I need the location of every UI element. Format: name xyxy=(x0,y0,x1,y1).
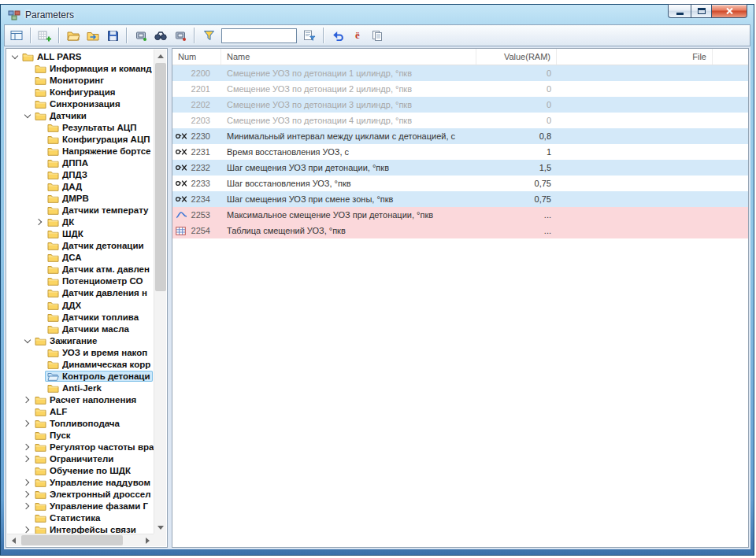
tree-item[interactable]: ALF xyxy=(7,405,154,417)
tree-item[interactable]: ДМРВ xyxy=(7,193,154,205)
table-row[interactable]: 2253 Максимальное смещение УОЗ при детон… xyxy=(172,207,748,223)
table-row[interactable]: 2203 Смещение УОЗ по детонации 4 цилиндр… xyxy=(172,113,748,128)
chevron-icon[interactable] xyxy=(22,492,32,497)
tree-item[interactable]: Датчики xyxy=(7,109,154,121)
tree-item[interactable]: ДППА xyxy=(7,157,154,168)
chip-read-button[interactable] xyxy=(132,27,150,45)
table-row[interactable]: 2254 Таблица смещений УОЗ, °пкв ... xyxy=(172,223,748,238)
folder-arrow-button[interactable] xyxy=(83,27,102,45)
tree-item[interactable]: Контроль детонаци xyxy=(7,370,154,382)
chevron-icon[interactable] xyxy=(9,55,20,58)
chevron-icon[interactable] xyxy=(22,339,32,342)
tree-vertical-scrollbar[interactable] xyxy=(154,50,166,534)
tree-item[interactable]: Топливоподача xyxy=(7,417,154,429)
chevron-icon[interactable] xyxy=(22,527,32,532)
tree-item[interactable]: Датчик атм. давлен xyxy=(7,264,154,275)
tree-item[interactable]: Информация и команд xyxy=(7,62,154,74)
horizontal-scroll-thumb[interactable] xyxy=(21,535,123,545)
column-header-num[interactable]: Num xyxy=(172,49,221,65)
vertical-scroll-thumb[interactable] xyxy=(155,63,166,291)
layout-button[interactable] xyxy=(7,27,26,45)
open-folder-button[interactable] xyxy=(64,27,83,45)
tree-item[interactable]: Расчет наполнения xyxy=(7,394,154,405)
binoculars-button[interactable] xyxy=(151,27,170,45)
column-header-name[interactable]: Name xyxy=(221,49,476,65)
folder-icon xyxy=(47,264,59,274)
tree-item[interactable]: Датчики масла xyxy=(7,323,154,334)
chevron-icon[interactable] xyxy=(22,421,32,426)
table-row[interactable]: 2202 Смещение УОЗ по детонации 3 цилиндр… xyxy=(172,97,748,113)
tree-item[interactable]: Электронный дроссел xyxy=(7,489,154,501)
tree-item[interactable]: Управление наддувом xyxy=(7,477,154,489)
chevron-icon[interactable] xyxy=(35,220,45,224)
tree-item[interactable]: Пуск xyxy=(7,430,154,442)
tree-item[interactable]: Интерфейсы связи xyxy=(7,524,154,534)
tree-horizontal-scrollbar[interactable] xyxy=(7,534,154,546)
param-num: 2232 xyxy=(189,163,210,172)
column-header-file[interactable]: File xyxy=(557,49,713,65)
chip-write-button[interactable] xyxy=(171,27,190,45)
maximize-button[interactable] xyxy=(691,4,712,18)
table-row[interactable]: 2230 Минимальный интервал между циклами … xyxy=(172,128,748,144)
tree-item[interactable]: Мониторинг xyxy=(7,74,154,86)
titlebar[interactable]: Parameters xyxy=(4,5,750,24)
tree-item[interactable]: Anti-Jerk xyxy=(7,382,154,394)
chevron-icon[interactable] xyxy=(22,480,32,485)
tree-item[interactable]: Ограничители xyxy=(7,453,154,465)
column-header-value[interactable]: Value(RAM) xyxy=(476,49,557,65)
tree-item[interactable]: Датчики температу xyxy=(7,205,154,216)
tree-item[interactable]: ШДК xyxy=(7,228,154,240)
horizontal-scroll-track[interactable] xyxy=(20,534,141,546)
table-row[interactable]: 2201 Смещение УОЗ по детонации 2 цилиндр… xyxy=(172,81,748,97)
funnel-button[interactable] xyxy=(199,27,218,45)
red-e-button[interactable]: ё xyxy=(348,27,367,45)
chevron-icon[interactable] xyxy=(22,114,32,117)
save-icon xyxy=(107,30,119,42)
tree-item[interactable]: Регулятор частоты вра xyxy=(7,442,154,453)
tree-item[interactable]: Датчик детонации xyxy=(7,240,154,252)
scroll-down-button[interactable] xyxy=(154,521,167,534)
tree-item[interactable]: ДДХ xyxy=(7,299,154,311)
tree-item[interactable]: Статистика xyxy=(7,512,154,524)
apply-filter-button[interactable] xyxy=(300,27,319,45)
scroll-right-button[interactable] xyxy=(141,534,154,547)
filter-input[interactable] xyxy=(221,28,297,43)
tree-item[interactable]: Управление фазами Г xyxy=(7,501,154,512)
tree-item[interactable]: Датчик давления н xyxy=(7,287,154,299)
tree-item[interactable]: Результаты АЦП xyxy=(7,121,154,133)
table-row[interactable]: 2200 Смещение УОЗ по детонации 1 цилиндр… xyxy=(172,65,748,81)
tree-item[interactable]: Конфигурация xyxy=(7,86,154,98)
tree-item[interactable]: ДСА xyxy=(7,252,154,264)
close-button[interactable] xyxy=(712,4,747,18)
undo-button[interactable] xyxy=(328,27,347,45)
tree-item[interactable]: ДПДЗ xyxy=(7,168,154,180)
tree-item[interactable]: Потенциометр СО xyxy=(7,275,154,287)
tree-item[interactable]: ALL PARS xyxy=(7,50,154,62)
tree-item[interactable]: Напряжение бортсе xyxy=(7,145,154,157)
tree-item[interactable]: ДК xyxy=(7,216,154,228)
tree-item[interactable]: Датчики топлива xyxy=(7,311,154,323)
tree-item[interactable]: Динамическая корр xyxy=(7,358,154,370)
chevron-icon[interactable] xyxy=(22,397,32,402)
tree-item[interactable]: Обучение по ШДК xyxy=(7,465,154,477)
chevron-icon[interactable] xyxy=(22,456,32,461)
copy-button[interactable] xyxy=(368,27,387,45)
table-row[interactable]: 2234 Шаг смещения УОЗ при смене зоны, °п… xyxy=(172,191,748,207)
tree-item[interactable]: Зажигание xyxy=(7,334,154,346)
chevron-icon[interactable] xyxy=(22,504,32,508)
param-value: 0 xyxy=(476,68,557,78)
table-row[interactable]: 2233 Шаг восстановления УОЗ, °пкв 0,75 xyxy=(172,176,748,191)
scroll-up-button[interactable] xyxy=(154,50,167,62)
save-button[interactable] xyxy=(103,27,122,45)
tree-item[interactable]: ДАД xyxy=(7,181,154,193)
table-row[interactable]: 2232 Шаг смещения УОЗ при детонации, °пк… xyxy=(172,160,748,176)
glasses-x-icon xyxy=(176,148,189,156)
scroll-left-button[interactable] xyxy=(7,534,20,547)
tree-item[interactable]: Конфигурация АЦП xyxy=(7,133,154,145)
add-grid-button[interactable] xyxy=(35,27,54,45)
table-row[interactable]: 2231 Время восстановления УОЗ, с 1 xyxy=(172,144,748,160)
chevron-icon[interactable] xyxy=(22,445,32,449)
tree-item[interactable]: УОЗ и время накоп xyxy=(7,346,154,358)
tree-item[interactable]: Синхронизация xyxy=(7,98,154,109)
minimize-button[interactable] xyxy=(668,4,691,18)
